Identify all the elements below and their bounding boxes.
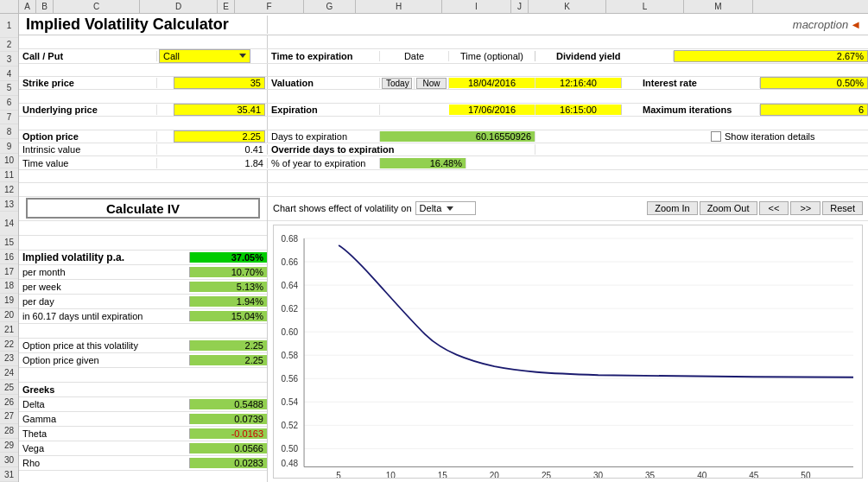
time-to-exp-label: Time to expiration: [268, 51, 380, 61]
app-title-cell: Implied Volatility Calculator: [19, 16, 268, 34]
valuation-date[interactable]: 18/04/2016: [449, 78, 535, 88]
interest-rate-value[interactable]: 0.50%: [760, 77, 868, 89]
time-optional-label: Time (optional): [449, 51, 535, 61]
delta-value: 0.5488: [189, 399, 267, 409]
svg-text:0.52: 0.52: [282, 421, 299, 430]
svg-text:0.62: 0.62: [282, 304, 299, 314]
dividend-yield-label: Dividend yield: [553, 51, 674, 61]
rho-label: Rho: [19, 458, 189, 468]
option-price-value[interactable]: 2.25: [174, 130, 265, 143]
per-month-value: 10.70%: [189, 267, 267, 277]
svg-text:5: 5: [336, 471, 341, 479]
logo-cell: macroption ◄: [268, 18, 868, 31]
zoom-out-button[interactable]: Zoom Out: [700, 201, 757, 215]
chart-dropdown[interactable]: Delta: [415, 201, 476, 215]
underlying-price-value[interactable]: 35.41: [174, 104, 265, 116]
chart-label: Chart shows effect of volatility on: [273, 203, 412, 213]
next-button[interactable]: >>: [790, 201, 820, 215]
valuation-time[interactable]: 12:16:40: [535, 78, 622, 88]
svg-text:0.60: 0.60: [282, 327, 299, 337]
theta-label: Theta: [19, 428, 189, 439]
row-numbers: 1 2 3 4 5 6 7 8 9 10 11 12 13 14 15 16 1…: [0, 14, 19, 482]
implied-vol-value: 37.05%: [189, 252, 267, 263]
theta-value: -0.0163: [189, 428, 267, 439]
call-put-value: Call: [163, 51, 180, 61]
time-value-label: Time value: [19, 158, 157, 168]
chart-container: 0.68 0.66 0.64 0.62 0.60 0.58 0.56 0.54 …: [268, 221, 868, 482]
gamma-value: 0.0739: [189, 414, 267, 424]
interest-rate-label: Interest rate: [639, 78, 760, 88]
show-iteration-label: Show iteration details: [725, 131, 815, 142]
call-put-label: Call / Put: [19, 51, 157, 61]
svg-text:50: 50: [801, 471, 811, 479]
intrinsic-value-value: 0.41: [157, 144, 268, 155]
col-header-l: L: [606, 0, 684, 13]
svg-text:35: 35: [645, 471, 656, 479]
svg-text:15: 15: [438, 471, 448, 479]
max-iterations-value[interactable]: 6: [760, 104, 868, 116]
days-value: 60.16550926: [380, 131, 535, 142]
prev-button[interactable]: <<: [759, 201, 789, 215]
col-header-b: B: [36, 0, 54, 13]
svg-text:25: 25: [542, 471, 552, 479]
vega-label: Vega: [19, 443, 189, 453]
svg-text:0.50: 0.50: [282, 444, 299, 453]
per-day-value: 1.94%: [189, 296, 267, 307]
svg-text:40: 40: [697, 471, 707, 479]
strike-price-value[interactable]: 35: [174, 77, 265, 89]
in-days-value: 15.04%: [189, 311, 267, 321]
col-header-m: M: [684, 0, 753, 13]
per-month-label: per month: [19, 267, 189, 277]
col-header-i: I: [442, 0, 511, 13]
svg-text:0.56: 0.56: [282, 374, 299, 384]
col-header-h: H: [356, 0, 442, 13]
col-header-e: E: [218, 0, 235, 13]
zoom-in-button[interactable]: Zoom In: [647, 201, 697, 215]
pct-year-label: % of year to expiration: [268, 158, 380, 168]
strike-price-label: Strike price: [19, 78, 157, 88]
show-iteration-checkbox[interactable]: [711, 131, 721, 142]
now-button[interactable]: Now: [416, 78, 447, 89]
svg-text:0.64: 0.64: [282, 281, 299, 290]
option-price-vol-label: Option price at this volatility: [19, 340, 189, 351]
svg-text:20: 20: [490, 471, 500, 479]
dividend-yield-value[interactable]: 2.67%: [674, 50, 868, 62]
expiration-date[interactable]: 17/06/2016: [449, 105, 535, 115]
col-header-k: K: [529, 0, 606, 13]
chart-dropdown-arrow-icon: [447, 206, 453, 211]
max-iterations-label: Maximum iterations: [639, 105, 760, 115]
logo-text: macroption: [793, 18, 848, 31]
svg-text:0.48: 0.48: [282, 459, 299, 468]
valuation-label: Valuation: [268, 78, 380, 88]
col-header-j: J: [511, 0, 529, 13]
chart-dropdown-value: Delta: [420, 203, 442, 213]
show-iteration-cell[interactable]: Show iteration details: [707, 131, 868, 142]
calculate-iv-button[interactable]: Calculate IV: [26, 198, 260, 219]
gamma-label: Gamma: [19, 414, 189, 424]
column-headers: A B C D E F G H I J K L M: [0, 0, 868, 14]
svg-text:0.58: 0.58: [282, 351, 299, 360]
col-header-g: G: [304, 0, 356, 13]
svg-text:10: 10: [386, 471, 396, 479]
date-col-label: Date: [380, 51, 449, 61]
time-value-value: 1.84: [157, 158, 268, 168]
reset-button[interactable]: Reset: [822, 201, 863, 215]
svg-text:0.66: 0.66: [282, 257, 299, 267]
option-price-given-label: Option price given: [19, 355, 189, 365]
delta-label: Delta: [19, 399, 189, 409]
today-button[interactable]: Today: [382, 78, 412, 89]
expiration-time[interactable]: 16:15:00: [535, 105, 622, 115]
logo-arrow: ◄: [850, 18, 861, 31]
pct-year-value: 16.48%: [380, 158, 466, 168]
implied-vol-label: Implied volatility p.a.: [19, 251, 189, 263]
col-header-f: F: [235, 0, 304, 13]
svg-text:0.54: 0.54: [282, 397, 299, 407]
col-header-d: D: [140, 0, 218, 13]
svg-text:30: 30: [593, 471, 604, 479]
greeks-header: Greeks: [19, 384, 267, 395]
rho-value: 0.0283: [189, 458, 267, 468]
dropdown-arrow-icon: [239, 54, 246, 58]
option-price-label: Option price: [19, 131, 157, 142]
col-header-c: C: [54, 0, 140, 13]
call-put-dropdown[interactable]: Call: [159, 49, 250, 63]
